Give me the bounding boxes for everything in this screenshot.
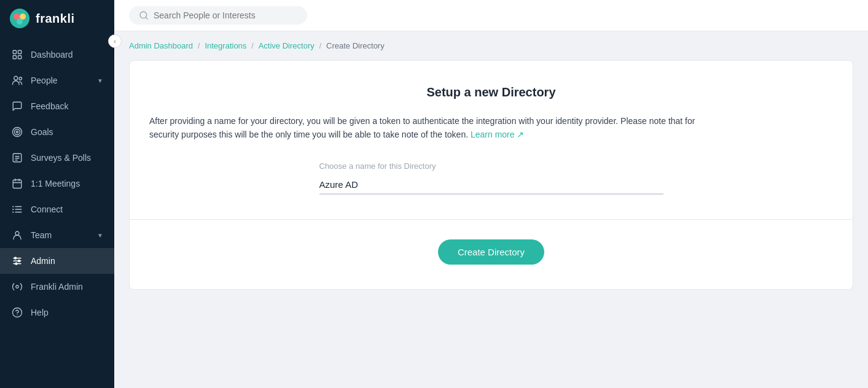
breadcrumb-sep-1: / (198, 42, 200, 50)
sidebar-item-meetings-label: 1:1 Meetings (31, 179, 103, 188)
sidebar-item-admin[interactable]: Admin (0, 248, 114, 274)
svg-point-32 (13, 308, 22, 317)
breadcrumb: Admin Dashboard / Integrations / Active … (129, 41, 853, 50)
card-divider (130, 219, 853, 220)
help-icon (11, 306, 23, 319)
feedback-icon (11, 100, 23, 112)
sidebar-item-admin-label: Admin (31, 256, 103, 266)
sidebar-item-goals-label: Goals (31, 127, 103, 137)
svg-point-8 (14, 76, 18, 80)
search-bar[interactable] (129, 6, 307, 25)
people-icon (11, 74, 23, 87)
logo-area: frankli (0, 0, 114, 37)
sidebar-item-goals[interactable]: Goals (0, 119, 114, 145)
sidebar: frankli ‹ Dashboard People ▼ Feedback (0, 0, 114, 388)
svg-point-3 (17, 18, 23, 25)
svg-point-29 (18, 260, 20, 262)
external-link-icon: ↗ (517, 130, 524, 139)
sidebar-item-people-label: People (31, 76, 90, 85)
page-title: Setup a new Directory (149, 85, 833, 99)
description-text: After providing a name for your director… (149, 116, 695, 139)
breadcrumb-sep-2: / (251, 42, 253, 50)
sidebar-item-dashboard-label: Dashboard (31, 50, 103, 60)
sidebar-item-meetings[interactable]: 1:1 Meetings (0, 171, 114, 196)
sidebar-item-feedback-label: Feedback (31, 101, 103, 111)
svg-rect-4 (13, 50, 16, 53)
create-directory-button[interactable]: Create Directory (438, 239, 544, 265)
sidebar-item-team[interactable]: Team ▼ (0, 222, 114, 248)
directory-name-input[interactable] (319, 176, 663, 195)
main-area: Admin Dashboard / Integrations / Active … (114, 0, 868, 388)
breadcrumb-create-directory: Create Directory (326, 41, 385, 50)
sidebar-item-people[interactable]: People ▼ (0, 68, 114, 93)
breadcrumb-active-directory[interactable]: Active Directory (259, 41, 315, 50)
svg-rect-7 (18, 56, 22, 59)
svg-point-30 (15, 263, 17, 265)
breadcrumb-sep-3: / (319, 42, 321, 50)
svg-point-10 (13, 128, 22, 137)
sidebar-item-surveys[interactable]: Surveys & Polls (0, 145, 114, 171)
svg-point-21 (12, 206, 14, 207)
sidebar-item-frankli-admin[interactable]: Frankli Admin (0, 274, 114, 300)
people-chevron-icon: ▼ (97, 77, 103, 84)
svg-point-9 (19, 77, 22, 80)
topbar (114, 0, 868, 31)
search-input[interactable] (154, 10, 297, 20)
setup-card: Setup a new Directory After providing a … (129, 60, 853, 290)
svg-rect-5 (18, 50, 22, 53)
sidebar-item-team-label: Team (31, 230, 90, 240)
frankli-admin-icon (11, 281, 23, 293)
svg-rect-17 (13, 180, 22, 188)
form-label: Choose a name for this Directory (319, 161, 663, 171)
team-chevron-icon: ▼ (97, 232, 103, 239)
svg-rect-6 (13, 56, 16, 59)
connect-icon (11, 203, 23, 215)
sidebar-collapse-button[interactable]: ‹ (108, 34, 122, 48)
svg-point-22 (12, 209, 14, 210)
svg-point-28 (15, 257, 17, 259)
goals-icon (11, 126, 23, 138)
breadcrumb-admin-dashboard[interactable]: Admin Dashboard (129, 41, 193, 50)
sidebar-item-feedback[interactable]: Feedback (0, 93, 114, 119)
breadcrumb-integrations[interactable]: Integrations (205, 41, 246, 50)
dashboard-icon (11, 49, 23, 61)
sidebar-item-help-label: Help (31, 308, 103, 317)
svg-point-31 (16, 285, 19, 289)
sidebar-item-connect[interactable]: Connect (0, 196, 114, 222)
page-description: After providing a name for your director… (149, 114, 702, 142)
surveys-icon (11, 152, 23, 164)
directory-name-form-group: Choose a name for this Directory (319, 161, 663, 195)
svg-point-12 (17, 131, 18, 133)
svg-rect-13 (13, 153, 22, 162)
svg-line-35 (146, 17, 147, 19)
logo-text: frankli (36, 12, 75, 26)
svg-point-11 (15, 130, 20, 135)
sidebar-item-frankli-admin-label: Frankli Admin (31, 282, 103, 292)
sidebar-item-dashboard[interactable]: Dashboard (0, 42, 114, 68)
frankli-logo-icon (10, 9, 29, 28)
content-area: Admin Dashboard / Integrations / Active … (114, 31, 868, 388)
svg-point-23 (12, 211, 14, 212)
svg-point-24 (15, 231, 19, 235)
sidebar-item-help[interactable]: Help (0, 300, 114, 325)
sidebar-item-surveys-label: Surveys & Polls (31, 153, 103, 163)
team-icon (11, 229, 23, 241)
learn-more-link[interactable]: Learn more ↗ (471, 130, 524, 139)
meetings-icon (11, 177, 23, 190)
admin-icon (11, 255, 23, 267)
sidebar-item-connect-label: Connect (31, 204, 103, 214)
search-icon (139, 10, 149, 20)
sidebar-nav: Dashboard People ▼ Feedback Goals (0, 37, 114, 388)
